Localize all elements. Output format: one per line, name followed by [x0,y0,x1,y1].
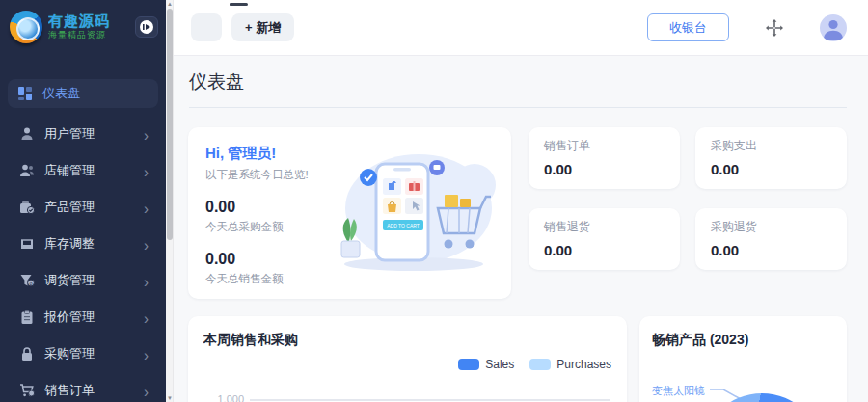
sidebar-scrollbar[interactable]: ▲ ▼ [166,0,174,402]
weekly-sales-purchases-chart-card: 本周销售和采购 Sales Purchases 1,000 [188,316,627,402]
chevron-right-icon: › [144,125,149,142]
funnel-icon: o [19,273,35,288]
clipboard-icon [19,309,35,325]
chevron-right-icon: › [144,235,149,252]
greeting-text: Hi, 管理员! [205,145,319,163]
stat-card-purchase-spend: 采购支出 0.00 [695,127,847,189]
sidebar-item-purchases[interactable]: 采购管理 › [0,335,166,372]
sidebar-item-label: 用户管理 [44,125,95,143]
sidebar-item-quotations[interactable]: 报价管理 › [0,299,166,335]
stat-value: 0.00 [544,161,665,177]
gridline [250,399,610,401]
svg-text:o: o [29,281,32,286]
page-title: 仪表盘 [189,69,847,94]
padlock-icon [19,346,35,362]
chevron-right-icon: › [144,308,149,325]
page-header: 仪表盘 [174,56,868,108]
store-users-icon [19,163,35,178]
sidebar-collapse-button[interactable] [135,16,158,38]
shopping-phone-cart-illustration: ADD TO CART [319,145,498,281]
chevron-right-icon: › [144,382,149,398]
new-button[interactable]: + 新增 [231,13,294,41]
dashboard-icon [17,86,33,101]
sidebar-item-label: 店铺管理 [44,162,95,179]
stat-card-sales-orders: 销售订单 0.00 [529,127,680,189]
purchases-swatch [529,359,551,370]
sidebar-item-inventory[interactable]: 库存调整 › [0,226,166,262]
stat-card-sales-returns: 销售退货 0.00 [529,208,680,270]
sales-swatch [458,359,479,370]
sidebar-item-label: 仪表盘 [42,85,80,102]
today-purchase-label: 今天总采购金额 [205,220,319,234]
welcome-card: Hi, 管理员! 以下是系统今日总览! 0.00 今天总采购金额 0.00 今天… [188,127,511,299]
sidebar-item-sales-orders[interactable]: 销售订单 › [0,372,166,402]
chevron-right-icon: › [144,162,149,178]
sidebar-item-label: 调货管理 [44,272,95,289]
today-sales-total: 0.00 [205,251,319,268]
top-bar: + 新增 收银台 [174,0,868,56]
product-box-icon [19,200,35,215]
chart-title: 畅销产品 (2023) [652,332,834,349]
stat-label: 采购支出 [711,138,831,154]
sidebar: 有趣源码 海量精品资源 仪表盘 用户管理 › 店铺管理 [0,0,166,402]
sidebar-item-products[interactable]: 产品管理 › [0,189,166,226]
legend-item-sales[interactable]: Sales [458,358,514,371]
stat-value: 0.00 [711,242,831,258]
user-avatar[interactable] [820,14,847,41]
sidebar-collapse-icon [140,20,153,34]
legend-item-purchases[interactable]: Purchases [529,358,611,371]
stats-grid: 销售订单 0.00 采购支出 0.00 销售退货 0.00 采购退货 0.00 [529,127,847,299]
welcome-subtitle: 以下是系统今日总览! [205,168,319,182]
logo-title: 有趣源码 [48,13,110,30]
sidebar-item-stores[interactable]: 店铺管理 › [0,152,166,189]
scrollbar-thumb[interactable] [167,9,173,240]
scrollbar-down-arrow-icon[interactable]: ▼ [166,394,174,402]
main-area: + 新增 收银台 仪表盘 Hi, 管理员! [174,0,868,402]
top-products-chart-card: 畅销产品 (2023) 变焦太阳镜 [639,316,847,402]
y-axis-tick: 1,000 [203,393,244,402]
scrollbar-up-arrow-icon[interactable]: ▲ [166,0,174,8]
sidebar-item-users[interactable]: 用户管理 › [0,116,166,152]
chevron-right-icon: › [144,345,149,362]
sidebar-item-label: 采购管理 [44,345,95,362]
content: Hi, 管理员! 以下是系统今日总览! 0.00 今天总采购金额 0.00 今天… [174,108,868,402]
chevron-right-icon: › [144,199,149,215]
pie-slice-label: 变焦太阳镜 [652,384,705,398]
today-sales-label: 今天总销售金额 [205,272,319,286]
arrows-move-icon[interactable] [766,19,783,37]
sidebar-item-label: 报价管理 [44,308,95,326]
globe-logo-icon [10,11,42,43]
svg-text:ADD TO CART: ADD TO CART [387,223,420,228]
legend-label: Purchases [556,358,611,371]
logo: 有趣源码 海量精品资源 [0,0,166,54]
chart-legend: Sales Purchases [203,358,611,371]
sidebar-toggle-button[interactable] [191,13,222,41]
sidebar-item-label: 销售订单 [44,382,95,399]
logo-subtitle: 海量精品资源 [48,31,110,40]
sidebar-item-dashboard[interactable]: 仪表盘 [8,79,158,108]
user-icon [19,126,35,142]
inventory-tray-icon [19,236,35,252]
pos-register-button[interactable]: 收银台 [647,13,729,41]
stat-label: 销售订单 [544,138,665,154]
legend-label: Sales [485,358,514,371]
today-purchase-total: 0.00 [205,199,319,216]
sidebar-item-label: 库存调整 [44,235,95,253]
chevron-right-icon: › [144,272,149,288]
stat-value: 0.00 [711,161,831,177]
stat-label: 销售退货 [544,219,665,235]
sidebar-nav: 仪表盘 用户管理 › 店铺管理 › 产品管理 › [0,79,166,402]
stat-value: 0.00 [544,242,665,258]
sidebar-item-label: 产品管理 [44,199,95,216]
stat-label: 采购退货 [711,219,831,235]
chart-title: 本周销售和采购 [203,332,611,349]
stat-card-purchase-returns: 采购退货 0.00 [695,208,847,270]
cart-icon [19,383,35,398]
sidebar-item-transfers[interactable]: o 调货管理 › [0,262,166,299]
